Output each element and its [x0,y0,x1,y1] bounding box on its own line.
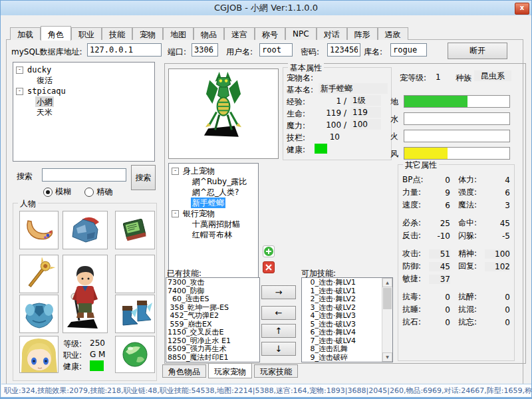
pet-add-button[interactable] [263,245,275,257]
account-tree-item[interactable]: stpicaqu [13,86,154,96]
user-input[interactable] [259,43,293,57]
dbname-input[interactable] [390,43,427,57]
exp-level[interactable]: 1级 [350,95,381,106]
sub-tab[interactable]: 玩家宠物 [208,363,252,378]
pet-tree-item[interactable]: 十萬兩招財貓 [169,219,258,229]
account-tree-item[interactable]: 天米 [13,107,154,118]
main-tab[interactable]: 物品 [194,27,224,40]
attr-value-1[interactable]: 37 [429,275,450,284]
main-tab[interactable]: 职业 [71,27,102,40]
account-tree-item[interactable]: 復活 [13,75,154,86]
skill-item[interactable]: 8_连击乱舞 [302,345,382,354]
character-sprite-slot[interactable] [63,255,108,333]
attr-value-2[interactable]: 0 [485,318,510,327]
attr-value-1[interactable]: 45 [429,262,450,271]
pet-tree-item[interactable]: 新手螳螂 [169,198,258,208]
pet-tree-item[interactable]: 網^忍_人类? [169,187,258,198]
main-tab[interactable]: 加载 [10,27,41,40]
equip-slot-boots[interactable] [115,295,155,333]
attr-value-2[interactable]: 4 [485,176,510,185]
attr-value-2[interactable]: 0 [485,293,510,302]
move-right-button[interactable]: → [261,285,296,299]
main-tab[interactable]: 地图 [163,27,194,40]
attr-value-2[interactable]: 100 [485,249,510,259]
main-tab[interactable]: 阵形 [347,27,378,40]
search-button[interactable]: 搜索 [131,165,156,190]
equip-slot-empty[interactable] [115,255,155,293]
equip-slot-weapon[interactable] [19,255,59,293]
attr-value-2[interactable]: 3 [485,201,510,210]
main-tab[interactable]: 迷宫 [224,27,255,40]
tree-expand-icon[interactable] [16,88,23,95]
pet-tree-item[interactable]: 银行宠物 [169,208,258,219]
attr-value-1[interactable]: 51 [429,249,450,259]
tree-expand-icon[interactable] [16,66,23,74]
mp-max[interactable]: 100 [350,119,381,130]
scrollbar[interactable] [382,278,392,362]
addable-skills-list[interactable]: 0_连击·舞LV1 1_连击·破LV1 2_连击·舞LV2 3_连击·破LV2 … [301,277,393,362]
skill-item[interactable]: 4_连击·舞LV3 [302,312,382,321]
skill-item[interactable]: 9_连击破碎 [302,354,382,362]
search-input[interactable] [42,168,126,182]
attr-value-1[interactable]: 0 [429,318,450,327]
main-tab[interactable]: 称号 [255,27,285,40]
skill-item[interactable]: 8850_魔法封印E1 [166,354,259,362]
main-tab[interactable]: 遇敌 [378,27,408,40]
skill-item[interactable]: 0_连击·舞LV1 [302,279,382,287]
attr-value-2[interactable]: 45 [485,219,510,228]
skill-item[interactable]: 7300_攻击 [166,279,259,287]
main-tab[interactable]: 对话 [317,27,347,40]
attr-value-1[interactable]: 0 [429,293,450,302]
pet-delete-button[interactable] [263,261,275,273]
owned-skills-list[interactable]: 7300_攻击7400_防御 60_连击ES 358_乾坤一掷-ES 452_气… [166,277,260,362]
skill-item[interactable]: 1150_交叉反击E [166,329,259,337]
port-input[interactable] [192,43,218,57]
main-tab[interactable]: 宠物 [132,27,163,40]
move-left-button[interactable]: ← [261,306,296,320]
skill-item[interactable]: 452_气功弹E2 [166,312,259,321]
equip-slot-crystal[interactable] [115,336,155,373]
main-tab[interactable]: 技能 [102,27,132,40]
attr-value-2[interactable]: 6 [485,188,510,198]
attr-value-2[interactable]: 102 [485,262,510,271]
attr-value-1[interactable]: 6 [429,201,450,210]
sub-tab[interactable]: 角色物品 [162,364,206,378]
close-button[interactable]: x [515,3,529,15]
attr-value-1[interactable]: 25 [429,219,450,228]
attr-value-1[interactable]: -10 [429,231,450,241]
equip-slot-armor[interactable] [19,295,59,333]
password-input[interactable] [327,43,360,57]
equip-slot-necklace[interactable] [19,211,59,249]
pet-tree-item[interactable]: 網^Ruby_露比 [169,176,258,187]
portrait-slot[interactable] [19,336,59,373]
base-name-value[interactable]: 新手螳螂 [319,83,388,94]
race-value[interactable]: 昆虫系 [474,70,511,81]
skill-item[interactable]: 6509_强力再生术 [166,345,259,354]
account-tree-item[interactable]: 小網 [13,96,154,107]
pet-tree-item[interactable]: 红帽哥布林 [169,229,258,240]
pet-tree-item[interactable]: 身上宠物 [169,166,258,176]
sub-tab[interactable]: 玩家技能 [254,364,298,378]
equip-slot-helmet[interactable] [63,211,108,249]
scroll-thumb[interactable] [383,288,392,309]
scroll-up-icon[interactable] [382,278,392,287]
disconnect-button[interactable]: 断开 [448,43,507,59]
move-up-button[interactable]: ↑ [261,324,296,338]
equip-slot-book[interactable] [115,211,155,249]
main-tab[interactable]: 角色 [41,26,71,41]
main-tab[interactable]: NPC [285,27,317,40]
attr-value-2[interactable]: 0 [485,305,510,315]
skill-item[interactable]: 6_连击·舞LV4 [302,329,382,337]
account-tree-item[interactable]: ducky [13,65,154,75]
move-down-button[interactable]: ↓ [261,342,296,356]
attr-value-1[interactable]: 9 [429,188,450,198]
tree-expand-icon[interactable] [172,210,179,217]
db-host-input[interactable] [87,43,162,57]
attr-value-1[interactable]: 0 [429,305,450,315]
attr-value-1[interactable]: 0 [429,176,450,185]
radio-fuzzy[interactable]: 模糊 [43,186,71,198]
tree-expand-icon[interactable] [172,168,179,175]
hp-max[interactable]: 119 [350,107,381,118]
attr-value-2[interactable]: -5 [485,231,510,241]
scroll-down-icon[interactable] [382,352,392,362]
